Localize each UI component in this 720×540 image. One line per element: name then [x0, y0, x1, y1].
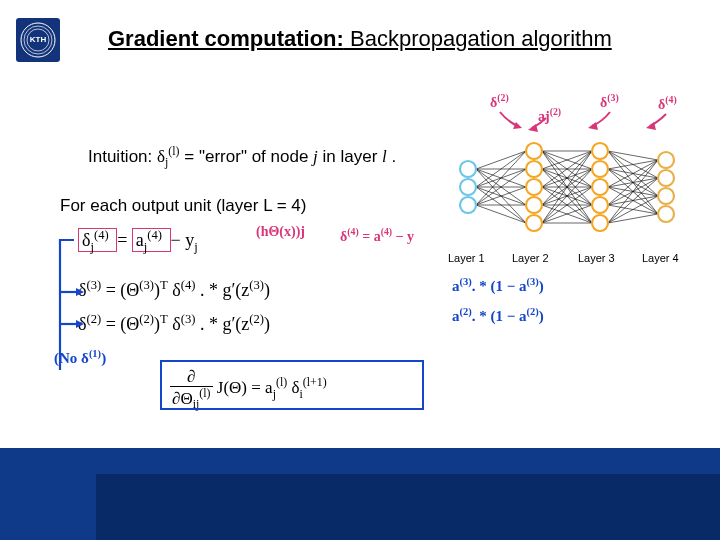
svg-point-77 [592, 179, 608, 195]
svg-point-74 [526, 215, 542, 231]
svg-line-21 [476, 205, 526, 223]
svg-line-66 [608, 214, 658, 223]
title-bold: Gradient computation: [108, 26, 344, 51]
svg-point-70 [526, 143, 542, 159]
pink-arrows [480, 104, 690, 134]
content-area: Intuition: δj(l) = "error" of node j in … [60, 100, 700, 420]
node-j: j [313, 147, 318, 166]
svg-point-81 [658, 170, 674, 186]
slide: KTH Gradient computation: Backpropagatio… [0, 0, 720, 540]
svg-marker-6 [76, 320, 84, 328]
svg-point-71 [526, 161, 542, 177]
intuition-post: = "error" of node [184, 147, 313, 166]
svg-point-79 [592, 215, 608, 231]
svg-point-80 [658, 152, 674, 168]
page-title: Gradient computation: Backpropagation al… [108, 26, 612, 52]
intuition-line: Intuition: δj(l) = "error" of node j in … [88, 144, 396, 170]
svg-line-47 [608, 151, 658, 160]
foreach-line: For each output unit (layer L = 4) [60, 196, 306, 216]
title-rest: Backpropagation algorithm [344, 26, 612, 51]
svg-marker-84 [513, 122, 522, 129]
intuition-post2: in layer [323, 147, 383, 166]
layer1-label: Layer 1 [448, 252, 485, 264]
svg-point-78 [592, 197, 608, 213]
layer3-label: Layer 3 [578, 252, 615, 264]
partial-box [160, 360, 424, 410]
svg-point-82 [658, 188, 674, 204]
annot-d4eq: δ(4) = a(4) − y [340, 226, 414, 245]
delta-symbol: δj(l) [157, 147, 180, 166]
annot-gprime2: a(2). * (1 − a(2)) [452, 306, 544, 325]
intuition-post3: . [392, 147, 397, 166]
layer-l: l [382, 147, 387, 166]
annot-htheta: (hΘ(x))j [256, 224, 305, 240]
svg-point-69 [460, 197, 476, 213]
annot-gprime3: a(3). * (1 − a(3)) [452, 276, 544, 295]
layer4-label: Layer 4 [642, 252, 679, 264]
svg-line-59 [608, 160, 658, 205]
svg-line-51 [608, 160, 658, 169]
svg-text:KTH: KTH [30, 35, 47, 44]
layer2-label: Layer 2 [512, 252, 549, 264]
svg-point-73 [526, 197, 542, 213]
intuition-pre: Intuition: [88, 147, 157, 166]
svg-line-64 [608, 178, 658, 223]
svg-point-76 [592, 161, 608, 177]
footer-dark [96, 474, 720, 540]
nn-diagram [440, 112, 710, 262]
svg-line-63 [608, 160, 658, 223]
svg-line-7 [476, 151, 526, 169]
svg-line-17 [476, 151, 526, 205]
svg-line-65 [608, 196, 658, 223]
annot-no-d1: (No δ(1)) [54, 348, 106, 367]
svg-marker-5 [76, 288, 84, 296]
svg-point-67 [460, 161, 476, 177]
svg-point-68 [460, 179, 476, 195]
kth-logo: KTH [16, 18, 60, 62]
svg-point-83 [658, 206, 674, 222]
a4-box: aj(4) [132, 228, 171, 252]
svg-point-72 [526, 179, 542, 195]
footer [0, 448, 720, 540]
svg-point-75 [592, 143, 608, 159]
